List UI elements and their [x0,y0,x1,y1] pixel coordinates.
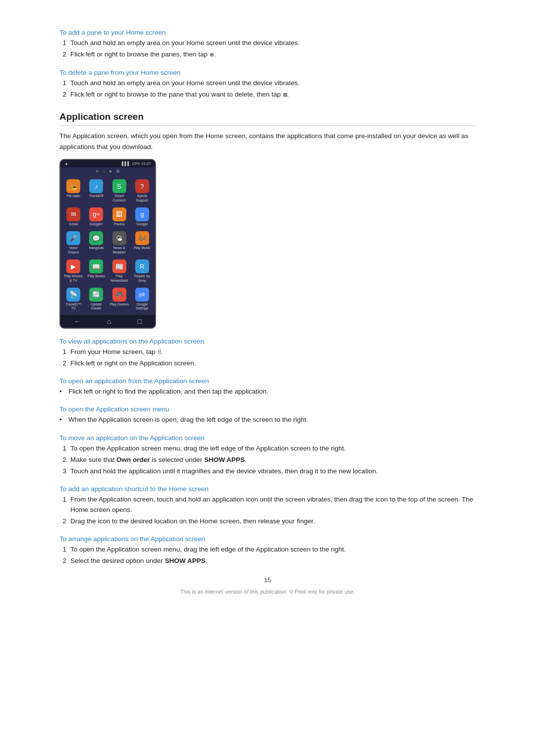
open-menu-header: To open the Application screen menu [59,405,476,413]
delete-pane-list: 1 Touch and hold an empty area on your H… [59,78,476,100]
view-apps-section: To view all applications on the Applicat… [59,338,476,369]
view-apps-step-1: 1 From your Home screen, tap ⠿. [59,347,476,357]
phone-home-btn: ⌂ [107,317,111,325]
add-shortcut-step-1: 1 From the Application screen, touch and… [59,495,476,515]
phone-app-support: ? Xperia Support [131,177,153,204]
delete-pane-step-2: 2 Flick left or right to browse to the p… [59,90,476,100]
plus-icon: ⊕ [210,50,214,59]
add-pane-step-2: 2 Flick left or right to browse the pane… [59,50,476,59]
add-pane-section: To add a pane to your Home screen 1 Touc… [59,29,476,60]
phone-app-trackid: ♪ TrackID® [85,177,107,204]
move-app-section: To move an application on the Applicatio… [59,434,476,477]
phone-mockup: ▲ ▌▌▌ 13% 02:27 ≡ ○ ● ⚙ 📻 FM radio ♪ Tra… [59,159,156,329]
phone-app-update-center: 🔄 Update Center [85,286,107,313]
delete-pane-step-1: 1 Touch and hold an empty area on your H… [59,78,476,88]
arrange-apps-header: To arrange applications on the Applicati… [59,535,476,543]
phone-app-play-books: 📖 Play Books [85,257,107,285]
view-apps-list: 1 From your Home screen, tap ⠿. 2 Flick … [59,347,476,369]
arrange-apps-step-1: 1 To open the Application screen menu, d… [59,545,476,554]
phone-app-voice-search: 🎤 Voice Search [62,229,84,256]
add-pane-list: 1 Touch and hold an empty area on your H… [59,38,476,60]
phone-recents-btn: □ [138,317,142,325]
page-number: 15 [59,576,476,584]
phone-app-news-weather: 🌤 News & Weather [108,229,130,256]
phone-app-google-settings: g⚙ Google Settings [131,286,153,313]
delete-pane-section: To delete a pane from your Home screen 1… [59,69,476,100]
open-menu-bullet-1: • When the Application screen is open, d… [59,415,476,425]
phone-app-google: g Google [131,205,153,228]
phone-app-hangouts: 💬 Hangouts [85,229,107,256]
arrange-apps-section: To arrange applications on the Applicati… [59,535,476,566]
phone-app-smart-connect: S Smart Connect [108,177,130,204]
view-apps-step-2: 2 Flick left or right on the Application… [59,358,476,368]
phone-back-btn: ← [74,317,81,325]
phone-app-fm-radio: 📻 FM radio [62,177,84,204]
phone-top-bar: ≡ ○ ● ⚙ [60,167,155,175]
add-shortcut-list: 1 From the Application screen, touch and… [59,495,476,526]
open-app-bullet-1: • Flick left or right to find the applic… [59,387,476,397]
open-menu-list: • When the Application screen is open, d… [59,415,476,425]
move-app-step-3: 3 Touch and hold the application until i… [59,466,476,476]
delete-pane-header: To delete a pane from your Home screen [59,69,476,76]
add-shortcut-section: To add an application shortcut to the Ho… [59,485,476,526]
phone-app-play-music: 🎶 Play Music [131,229,153,256]
phone-app-play-games: 🎮 Play Games [108,286,130,313]
arrange-apps-step-2: 2 Select the desired option under SHOW A… [59,556,476,566]
move-app-step-1: 1 To open the Application screen menu, d… [59,444,476,454]
move-app-header: To move an application on the Applicatio… [59,434,476,442]
arrange-apps-list: 1 To open the Application screen menu, d… [59,545,476,566]
phone-status-icons: ▌▌▌ 13% 02:27 [122,161,151,166]
phone-app-reader-sony: R Reader by Sony [131,257,153,285]
add-shortcut-header: To add an application shortcut to the Ho… [59,485,476,493]
phone-app-grid: 📻 FM radio ♪ TrackID® S Smart Connect ? … [60,175,155,315]
move-app-list: 1 To open the Application screen menu, d… [59,444,476,477]
view-apps-header: To view all applications on the Applicat… [59,338,476,345]
open-menu-section: To open the Application screen menu • Wh… [59,405,476,425]
open-app-list: • Flick left or right to find the applic… [59,387,476,397]
open-app-header: To open an application from the Applicat… [59,377,476,385]
delete-icon: ⊠ [283,91,287,99]
phone-status-bar: ▲ ▌▌▌ 13% 02:27 [60,160,155,167]
phone-app-play-newsstand: 📰 Play Newsstand [108,257,130,285]
apps-grid-icon: ⠿ [158,348,161,356]
phone-app-photos: 🖼 Photos [108,205,130,228]
add-pane-header: To add a pane to your Home screen [59,29,476,36]
copyright-text: This is an Internet version of this publ… [59,589,476,595]
open-app-section: To open an application from the Applicat… [59,377,476,397]
app-screen-title: Application screen [59,111,476,126]
app-screen-desc: The Application screen, which you open f… [59,131,476,152]
phone-app-play-movies: ▶ Play Movies & TV [62,257,84,285]
add-shortcut-step-2: 2 Drag the icon to the desired location … [59,516,476,526]
add-pane-step-1: 1 Touch and hold an empty area on your H… [59,38,476,48]
phone-app-google-plus: g+ Google+ [85,205,107,228]
phone-app-gmail: ✉ Gmail [62,205,84,228]
phone-carrier: ▲ [64,161,68,166]
phone-app-trackid-tv: 📡 TrackID™ TV [62,286,84,313]
move-app-step-2: 2 Make sure that Own order is selected u… [59,455,476,465]
phone-nav-bar: ← ⌂ □ [60,315,155,328]
